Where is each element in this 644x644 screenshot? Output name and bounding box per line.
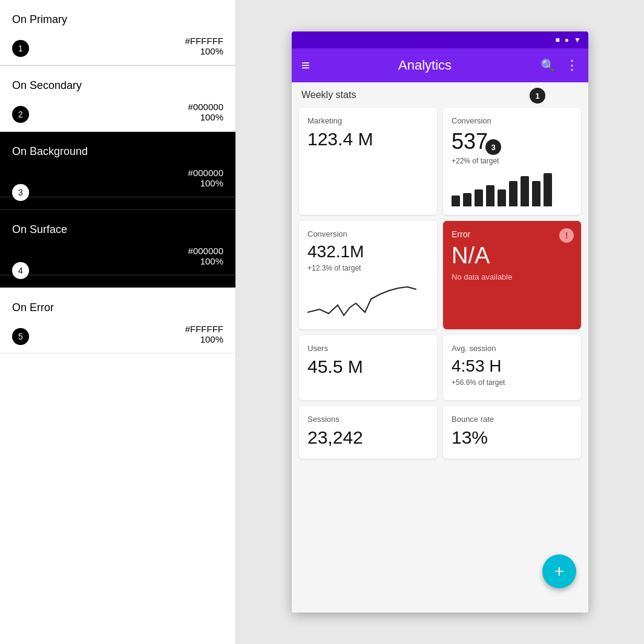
on-surface-hex: #000000 xyxy=(188,246,223,256)
card-error-sub: No data available xyxy=(452,272,573,281)
on-error-label: On Error xyxy=(0,288,235,319)
section-on-primary: On Primary #FFFFFF 100% 1 xyxy=(0,0,235,65)
bar-chart xyxy=(452,170,573,206)
card-marketing-value: 123.4 M xyxy=(307,129,429,150)
section-on-surface: On Surface #000000 100% 4 xyxy=(0,210,235,288)
right-panel: 1 2 3 4 5 ■ ● ▼ ≡ Analytics 🔍 ⋮ Weekly s… xyxy=(236,0,644,644)
card-conversion-line-label: Conversion xyxy=(307,229,429,238)
section-number-4: 4 xyxy=(12,262,29,279)
more-icon[interactable]: ⋮ xyxy=(565,58,579,73)
on-error-pct: 100% xyxy=(200,334,223,344)
on-primary-pct: 100% xyxy=(200,46,223,56)
card-avg-session: Avg. session 4:53 H +56.6% of target xyxy=(443,335,581,400)
card-bounce-rate-value: 13% xyxy=(452,427,573,448)
bar-9 xyxy=(544,173,552,206)
on-secondary-color-row: #000000 100% xyxy=(0,97,235,131)
bar-2 xyxy=(463,193,472,206)
status-icon-square: ■ xyxy=(556,36,560,44)
on-background-color-row: #000000 100% xyxy=(0,163,235,197)
phone-frame: ■ ● ▼ ≡ Analytics 🔍 ⋮ Weekly stats Marke… xyxy=(292,31,588,613)
on-error-hex: #FFFFFF xyxy=(185,324,223,334)
on-secondary-pct: 100% xyxy=(200,112,223,122)
section-on-secondary: On Secondary #000000 100% 2 xyxy=(0,66,235,131)
menu-icon[interactable]: ≡ xyxy=(301,57,309,74)
bar-5 xyxy=(498,189,506,206)
bar-7 xyxy=(521,176,529,206)
app-bar: ≡ Analytics 🔍 ⋮ xyxy=(292,48,588,82)
card-conversion-bar-label: Conversion xyxy=(452,116,573,125)
card-conversion-bar-sub: +22% of target xyxy=(452,157,573,165)
card-avg-session-value: 4:53 H xyxy=(452,356,573,376)
card-conversion-line-value: 432.1M xyxy=(307,242,429,261)
error-badge: ! xyxy=(559,228,574,243)
on-secondary-hex: #000000 xyxy=(188,102,223,112)
left-panel: On Primary #FFFFFF 100% 1 On Secondary #… xyxy=(0,0,236,644)
on-background-label: On Background xyxy=(0,132,235,163)
bar-6 xyxy=(509,181,518,206)
section-number-2: 2 xyxy=(12,106,29,123)
status-bar: ■ ● ▼ xyxy=(292,31,588,48)
bar-3 xyxy=(475,189,483,206)
on-secondary-label: On Secondary xyxy=(0,66,235,97)
card-avg-session-sub: +56.6% of target xyxy=(452,378,573,387)
on-surface-label: On Surface xyxy=(0,210,235,241)
section-number-5: 5 xyxy=(12,328,29,345)
card-bounce-rate: Bounce rate 13% xyxy=(443,406,581,459)
card-users-value: 45.5 M xyxy=(307,356,429,377)
section-number-3: 3 xyxy=(12,184,29,201)
annotation-badge-3: 3 xyxy=(485,139,501,155)
status-icon-down: ▼ xyxy=(574,36,581,44)
on-primary-color-row: #FFFFFF 100% xyxy=(0,31,235,65)
card-users-label: Users xyxy=(307,344,429,353)
card-error-value: N/A xyxy=(452,243,573,269)
card-conversion-line-sub: +12.3% of target xyxy=(307,264,429,272)
on-surface-color-row: #000000 100% xyxy=(0,241,235,275)
status-icon-circle: ● xyxy=(565,36,569,44)
card-sessions: Sessions 23,242 xyxy=(299,406,437,459)
card-conversion-bar-value: 537 xyxy=(452,129,573,154)
bar-1 xyxy=(452,196,460,206)
cards-grid: Marketing 123.4 M Conversion 537 +22% of… xyxy=(299,108,581,459)
card-avg-session-label: Avg. session xyxy=(452,344,573,353)
section-on-error: On Error #FFFFFF 100% 5 xyxy=(0,288,235,353)
card-sessions-value: 23,242 xyxy=(307,427,429,448)
card-sessions-label: Sessions xyxy=(307,415,429,424)
annotation-badge-1: 1 xyxy=(530,88,545,104)
content-area[interactable]: Weekly stats Marketing 123.4 M Conversio… xyxy=(292,82,588,613)
card-conversion-line: Conversion 432.1M +12.3% of target xyxy=(299,221,437,329)
section-number-1: 1 xyxy=(12,40,29,57)
on-background-pct: 100% xyxy=(200,178,223,188)
bar-8 xyxy=(532,181,540,206)
section-on-background: On Background #000000 100% 3 xyxy=(0,132,235,209)
card-bounce-rate-label: Bounce rate xyxy=(452,415,573,424)
on-surface-pct: 100% xyxy=(200,256,223,266)
card-error-label: Error xyxy=(452,229,573,239)
card-conversion-bar: Conversion 537 +22% of target xyxy=(443,108,581,215)
on-background-hex: #000000 xyxy=(188,168,223,178)
card-marketing-label: Marketing xyxy=(307,116,429,125)
on-primary-label: On Primary xyxy=(0,0,235,31)
on-error-color-row: #FFFFFF 100% xyxy=(0,319,235,353)
app-bar-title: Analytics xyxy=(319,58,531,73)
search-icon[interactable]: 🔍 xyxy=(540,58,556,73)
fab-button[interactable]: + xyxy=(542,554,576,588)
card-users: Users 45.5 M xyxy=(299,335,437,400)
line-chart-svg xyxy=(307,282,416,318)
card-marketing: Marketing 123.4 M xyxy=(299,108,437,215)
card-error: Error N/A No data available ! xyxy=(443,221,581,329)
on-primary-hex: #FFFFFF xyxy=(185,36,223,46)
bar-4 xyxy=(486,185,494,206)
